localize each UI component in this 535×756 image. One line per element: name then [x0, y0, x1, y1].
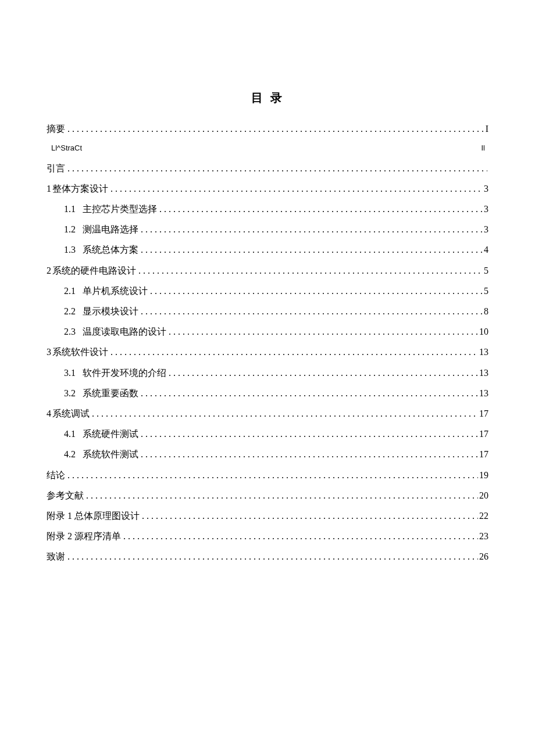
- toc-entry-page: 5: [483, 281, 488, 301]
- toc-dots: [67, 546, 478, 567]
- toc-dots: [141, 219, 483, 239]
- toc-entry-number: 3.1: [64, 363, 83, 383]
- toc-entry-label: 致谢: [47, 546, 65, 567]
- toc-dots: [92, 403, 478, 424]
- toc-entry-page: 13: [478, 383, 488, 403]
- toc-entry-page: 13: [478, 342, 488, 362]
- toc-entry-page: 20: [478, 485, 488, 506]
- toc-dots: [67, 158, 487, 178]
- toc-dots: [169, 321, 478, 342]
- toc-entry-number: 2: [47, 260, 51, 281]
- toc-entry-page: 23: [478, 526, 488, 546]
- toc-entry-label: 系统软件设计: [52, 342, 108, 362]
- toc-entry-page: 13: [478, 363, 488, 383]
- toc-dots: [110, 342, 478, 362]
- toc-dots: [86, 485, 478, 506]
- toc-title: 目 录: [47, 90, 488, 106]
- toc-entry-page: 4: [483, 239, 488, 260]
- toc-entry-label: 系统的硬件电路设计: [52, 260, 136, 281]
- toc-entry: 2.1单片机系统设计5: [47, 281, 488, 301]
- toc-entry-number: 2.1: [64, 281, 83, 301]
- toc-entry-page: 22: [478, 506, 488, 526]
- toc-entry: 2.3温度读取电路的设计10: [47, 321, 488, 342]
- toc-entry-label: 结论: [47, 465, 65, 485]
- toc-entry-page: 17: [478, 424, 488, 444]
- toc-dots: [141, 301, 483, 321]
- toc-entry-page: 17: [478, 403, 488, 424]
- toc-entry-label: 系统调试: [52, 403, 90, 424]
- toc-entry: 2.2显示模块设计8: [47, 301, 488, 321]
- toc-entry-page: 5: [483, 260, 488, 281]
- toc-dots: [169, 363, 478, 383]
- toc-entry-label: 温度读取电路的设计: [83, 321, 166, 342]
- toc-entry-number: 4.2: [64, 444, 83, 464]
- toc-entry: 附录 1 总体原理图设计22: [47, 506, 488, 526]
- toc-entry-page: 10: [478, 321, 488, 342]
- toc-entry: 4系统调试17: [47, 403, 488, 424]
- toc-entry-label: 附录 1 总体原理图设计: [47, 506, 140, 526]
- toc-entry-label: 系统硬件测试: [83, 424, 138, 444]
- toc-entry-label: 摘要: [47, 119, 65, 139]
- toc-entry-page: Il: [482, 139, 486, 158]
- toc-entry: 1整体方案设计3: [47, 178, 488, 199]
- toc-entry: 致谢26: [47, 546, 488, 567]
- toc-entry-number: 2.3: [64, 321, 83, 342]
- toc-entry: 附录 2 源程序清单23: [47, 526, 488, 546]
- toc-entry-number: 1.2: [64, 219, 83, 239]
- toc-entry-label: 测温电路选择: [83, 219, 138, 239]
- toc-entry-abstract-en: Ll^StraCtIl: [47, 139, 488, 158]
- toc-entry-page: 8: [483, 301, 488, 321]
- toc-dots: [67, 465, 478, 485]
- toc-entry: 3.1软件开发环境的介绍13: [47, 363, 488, 383]
- toc-entry-page: I: [484, 119, 488, 139]
- toc-entry-page: 3: [483, 199, 488, 219]
- toc-entry-label: Ll^StraCt: [51, 139, 82, 158]
- toc-entry: 结论19: [47, 465, 488, 485]
- toc-entry-page: 19: [478, 465, 488, 485]
- toc-entry-label: 软件开发环境的介绍: [83, 363, 166, 383]
- toc-dots: [67, 119, 484, 139]
- toc-entry: 4.2系统软件测试17: [47, 444, 488, 464]
- toc-dots: [123, 526, 478, 546]
- toc-entry-number: 1: [47, 178, 51, 199]
- toc-dots: [159, 199, 483, 219]
- toc-dots: [141, 444, 478, 464]
- toc-entry: 3.2系统重要函数13: [47, 383, 488, 403]
- toc-entry-page: 3: [483, 178, 488, 199]
- toc-entry-label: 系统软件测试: [83, 444, 138, 464]
- toc-entry-label: 主控芯片类型选择: [83, 199, 157, 219]
- toc-entry: 1.3系统总体方案4: [47, 239, 488, 260]
- toc-entry: 4.1系统硬件测试17: [47, 424, 488, 444]
- toc-entry-label: 引言: [47, 158, 65, 178]
- toc-entry-page: 3: [483, 219, 488, 239]
- toc-entry-number: 3: [47, 342, 51, 362]
- toc-entry-page: 26: [478, 546, 488, 567]
- toc-entry: 引言: [47, 158, 488, 178]
- toc-entry-number: 3.2: [64, 383, 83, 403]
- toc-entry: 1.1主控芯片类型选择3: [47, 199, 488, 219]
- toc-entry-label: 显示模块设计: [83, 301, 138, 321]
- toc-entry: 摘要I: [47, 119, 488, 139]
- toc-entry-label: 系统总体方案: [83, 239, 138, 260]
- toc-entry-label: 系统重要函数: [83, 383, 138, 403]
- toc-entry-label: 附录 2 源程序清单: [47, 526, 121, 546]
- toc-dots: [141, 424, 478, 444]
- toc-entry: 3系统软件设计13: [47, 342, 488, 362]
- toc-entry: 2系统的硬件电路设计5: [47, 260, 488, 281]
- toc-dots: [142, 506, 478, 526]
- toc-entry-number: 1.3: [64, 239, 83, 260]
- toc-entry-number: 2.2: [64, 301, 83, 321]
- toc-entry-label: 参考文献: [47, 485, 84, 506]
- toc-entry: 1.2测温电路选择3: [47, 219, 488, 239]
- toc-entry-label: 整体方案设计: [52, 178, 108, 199]
- toc-entry-page: 17: [478, 444, 488, 464]
- toc-container: 摘要ILl^StraCtIl引言1整体方案设计31.1主控芯片类型选择31.2测…: [47, 119, 488, 567]
- toc-entry-number: 4: [47, 403, 51, 424]
- toc-dots: [141, 239, 483, 260]
- toc-dots: [138, 260, 483, 281]
- toc-dots: [150, 281, 483, 301]
- toc-entry-number: 1.1: [64, 199, 83, 219]
- toc-entry-number: 4.1: [64, 424, 83, 444]
- toc-dots: [141, 383, 478, 403]
- toc-entry-label: 单片机系统设计: [83, 281, 148, 301]
